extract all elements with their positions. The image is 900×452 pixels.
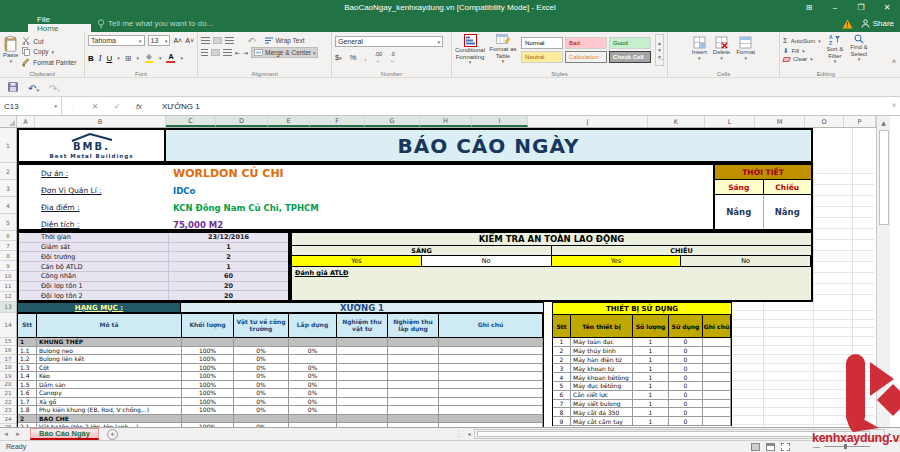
info-row[interactable]: Địa điểm : KCN Đông Nam Củ Chi, TPHCM [19,199,811,216]
column-header[interactable]: F [310,116,365,127]
row-header[interactable]: 12 [0,292,16,302]
zone-cell-selected[interactable]: XƯỞNG 1 [181,302,544,313]
row-header[interactable]: 1 [0,128,16,163]
column-header[interactable]: G [365,116,420,127]
work-table-row[interactable]: 1.1 Bulong neo 100% 0% 0% [18,347,543,356]
borders-icon[interactable]: ⊞ [125,54,132,63]
work-table-row[interactable]: 2 BAO CHE [18,415,543,424]
row-header[interactable]: 15 [0,338,16,347]
format-as-table-button[interactable]: Format as Table▾ [489,34,517,66]
warning-icon[interactable] [842,19,853,29]
equipment-table-header-cell[interactable]: Số lượng [633,315,669,337]
stat-row[interactable]: Công nhân 60 [19,272,288,282]
info-row[interactable]: Đơn Vị Quản Lí : IDCo [19,182,811,199]
work-table-header-cell[interactable]: Nghiệm thu vật tư [337,314,388,337]
work-table-header-cell[interactable]: Ghi chú [439,314,543,337]
number-format-combo[interactable]: General▾ [335,36,443,47]
fill-color-icon[interactable] [144,49,154,67]
bold-button[interactable]: B [88,54,94,63]
column-header[interactable]: C [166,116,216,127]
row-header[interactable]: 16 [0,346,16,355]
safety-answer-cell[interactable]: Yes [292,256,422,267]
row-header[interactable]: 21 [0,389,16,398]
row-header[interactable]: 18 [0,363,16,372]
autosum-button[interactable]: ΣAutoSum▾ [783,36,821,45]
equipment-table-row[interactable]: 2 Máy thủy bình 1 0 [553,347,731,356]
page-break-view-icon[interactable] [781,443,790,451]
pane-splitter[interactable]: ⋮ [455,430,462,438]
normal-view-icon[interactable] [751,443,760,451]
weather-am-value[interactable]: Nắng [715,195,764,229]
align-right-icon[interactable] [223,49,232,56]
splitter-dots[interactable]: ⋮ [62,103,84,110]
align-left-icon[interactable] [201,49,208,56]
column-header[interactable]: K [648,116,705,127]
paste-button[interactable]: Paste▾ [3,34,18,67]
wrap-text-button[interactable]: Wrap Text [265,37,304,44]
currency-format-icon[interactable]: $▾ [335,53,342,62]
row-header[interactable]: 3 [0,180,16,197]
safety-answer-cell[interactable]: No [681,256,811,267]
report-title-cell[interactable]: BÁO CÁO NGÀY [166,128,813,163]
row-header[interactable]: 22 [0,398,16,407]
stat-row[interactable]: Thời gian 23/12/2016 [19,233,288,243]
save-icon[interactable] [8,82,18,92]
italic-button[interactable]: I [99,54,102,63]
work-table-row[interactable]: 1.8 Phụ kiện khung (EB, Rod, V chống,..)… [18,406,543,415]
equipment-table-row[interactable]: 6 Cần siết lực 1 0 [553,391,731,400]
decrease-indent-icon[interactable]: ⇤ [235,49,240,56]
page-layout-view-icon[interactable] [766,443,775,451]
equipment-table-header-cell[interactable]: Tên thiết bị [571,315,633,337]
equipment-table-row[interactable]: 5 Máy đục bêtông 1 0 [553,382,731,391]
row-header[interactable]: 2 [0,163,16,180]
stat-row[interactable]: Đội lợp tôn 1 20 [19,282,288,292]
column-header[interactable]: B [35,116,166,127]
clear-button[interactable]: Clear▾ [783,56,821,62]
work-table-row[interactable]: 1.5 Dầm sàn 100% 0% 0% [18,381,543,390]
work-table-header-cell[interactable]: Nghiệm thu lắp dựng [388,314,439,337]
name-box[interactable]: C13▾ [0,97,62,115]
sheet-nav-left-icon[interactable]: ◂ [0,430,12,438]
equipment-table-header-cell[interactable]: Ghi chú [703,315,731,337]
cell-style-chip[interactable]: Good [609,37,651,49]
font-size-combo[interactable]: 13▾ [148,35,171,46]
grow-font-icon[interactable]: A˄ [173,37,182,44]
work-table-header-cell[interactable]: Lắp dựng [289,314,337,337]
insert-function-icon[interactable]: fx [128,102,150,111]
work-table-row[interactable]: 1 KHUNG THÉP [18,338,543,347]
safety-answer-cell[interactable]: No [422,256,552,267]
cut-button[interactable]: Cut [22,37,76,45]
column-header[interactable]: P [844,116,876,127]
scroll-left-icon[interactable]: ◂ [464,430,474,437]
stat-row[interactable]: Đội trưởng 2 [19,252,288,262]
work-table-row[interactable]: 1.7 Xà gồ 100% 0% 0% [18,398,543,407]
equipment-table-row[interactable]: 9 Máy cắt cầm tay 1 0 [553,417,731,426]
equipment-table-row[interactable]: 2 Máy hàn điện tử 1 0 [553,356,731,365]
insert-cells-button[interactable]: Insert▾ [692,36,707,61]
cell-style-chip[interactable]: Calculation [565,51,607,63]
fill-button[interactable]: ⬇Fill▾ [783,47,821,55]
row-header[interactable]: 9 [0,261,16,271]
row-header[interactable]: 6 [0,231,16,241]
stat-row[interactable]: Cán bộ ATLD 1 [19,262,288,272]
new-sheet-icon[interactable]: + [107,429,118,440]
cell-style-chip[interactable]: Check Cell [609,51,651,63]
column-header[interactable]: O [805,116,844,127]
align-middle-icon[interactable] [213,37,222,44]
redo-button[interactable]: ↷▾ [49,78,60,96]
share-button[interactable]: Share [861,19,894,28]
cancel-icon[interactable]: ✕ [84,102,106,111]
column-header[interactable]: M [755,116,805,127]
collapse-ribbon-icon[interactable]: ˄ [892,58,896,65]
conditional-formatting-button[interactable]: Conditional Formatting▾ [455,34,485,66]
orientation-icon[interactable]: ⤺ [248,36,255,44]
comma-format-icon[interactable]: , [364,53,366,62]
merge-center-button[interactable]: Merge & Center▾ [251,47,318,58]
formula-input[interactable]: XƯỞNG 1 [150,102,200,111]
work-table-row[interactable]: 1.4 Kèo 100% 0% 0% [18,372,543,381]
increase-decimal-icon[interactable]: .00→ [374,51,382,63]
row-header[interactable]: 4 [0,197,16,214]
row-header[interactable]: 7 [0,241,16,251]
sort-filter-button[interactable]: AZ Sort & Filter▾ [825,34,845,65]
restore-button[interactable]: ❐ [848,0,874,15]
